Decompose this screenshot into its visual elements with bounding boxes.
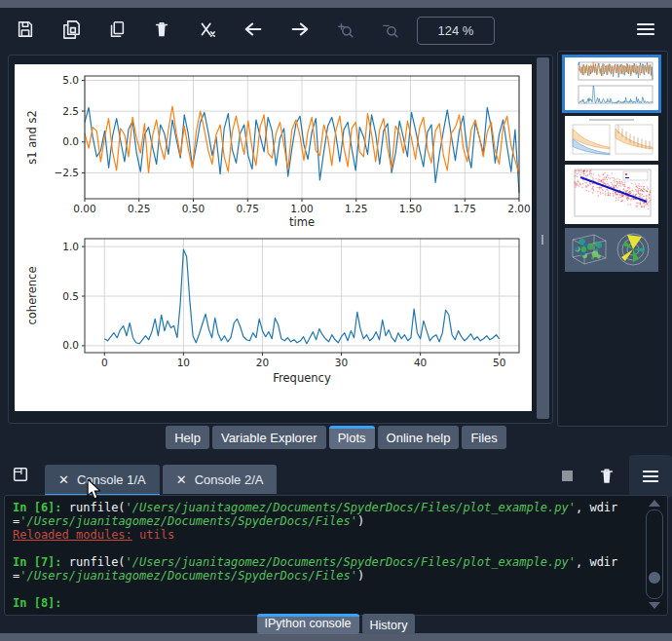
svg-text:30: 30 [335, 357, 348, 368]
svg-text:5.0: 5.0 [62, 74, 79, 86]
console-text-segment: ) [357, 569, 364, 583]
svg-text:1.0: 1.0 [62, 241, 79, 252]
hamburger-menu-icon [642, 470, 659, 483]
svg-text:Frequency: Frequency [273, 371, 331, 385]
trash-icon [598, 466, 616, 486]
zoom-out-icon [381, 19, 400, 39]
zoom-level-display[interactable]: 124 % [417, 17, 495, 45]
current-figure: 0.000.250.500.751.001.251.501.752.005.02… [15, 64, 532, 411]
svg-text:0.0: 0.0 [62, 135, 79, 147]
console-tab-label: Console 2/A [195, 472, 264, 487]
save-all-icon [61, 19, 82, 40]
new-window-icon [12, 466, 29, 483]
console-line [13, 542, 636, 555]
plots-options-menu-button[interactable] [628, 13, 663, 46]
remove-all-plots-button[interactable] [190, 13, 225, 46]
thumbnail-scatter-with-regression[interactable] [565, 165, 658, 224]
ipython-console-area[interactable]: In [6]: runfile('/Users/juanitagomez/Doc… [4, 495, 668, 616]
zoom-in-icon [336, 19, 355, 39]
remove-console-button[interactable] [598, 466, 616, 490]
previous-plot-button[interactable] [236, 13, 271, 46]
plots-pane: 0.000.250.500.751.001.251.501.752.005.02… [8, 55, 553, 424]
scrollbar-thumb[interactable] [649, 572, 660, 584]
next-plot-button[interactable] [282, 13, 317, 46]
svg-text:0.50: 0.50 [182, 203, 205, 214]
console-tab-bar: ✕Console 1/A✕Console 2/A [45, 465, 280, 494]
copy-icon [107, 19, 127, 39]
console-text-segment: '/Users/juanitagomez/Documents/SpyderDoc… [126, 555, 576, 569]
save-all-plots-button[interactable] [54, 13, 89, 46]
close-tab-icon[interactable]: ✕ [176, 472, 187, 487]
console-text-segment: ) [357, 514, 364, 528]
scroll-down-arrow-icon[interactable] [649, 602, 660, 609]
zoom-out-button[interactable] [373, 13, 408, 46]
console-text-segment: runfile( [69, 555, 126, 569]
console-pane-tab-history[interactable]: History [362, 614, 416, 634]
console-line: In [6]: runfile('/Users/juanitagomez/Doc… [13, 501, 636, 528]
previous-arrow-icon [243, 19, 263, 39]
console-tab-console-1-a[interactable]: ✕Console 1/A [45, 465, 160, 494]
svg-text:s1 and s2: s1 and s2 [25, 110, 39, 165]
figure-canvas: 0.000.250.500.751.001.251.501.752.005.02… [15, 64, 532, 411]
zoom-in-button[interactable] [328, 13, 363, 46]
pane-tab-plots[interactable]: Plots [329, 426, 375, 449]
svg-text:time: time [289, 215, 315, 229]
thumbnail-confidence-band-curves[interactable] [565, 116, 658, 161]
console-pane-tab-bar: IPython consoleHistory [0, 614, 672, 634]
save-icon [16, 19, 35, 39]
svg-text:40: 40 [414, 357, 427, 368]
svg-text:20: 20 [256, 357, 269, 368]
scroll-up-arrow-icon[interactable] [649, 500, 660, 507]
pane-tab-bar: HelpVariable ExplorerPlotsOnline helpFil… [0, 426, 672, 449]
thumbnail-signals-and-coherence[interactable] [565, 57, 658, 110]
svg-text:0.00: 0.00 [73, 203, 95, 214]
svg-text:1.00: 1.00 [290, 203, 313, 214]
plots-scrollbar[interactable] [537, 57, 549, 419]
close-tab-icon[interactable]: ✕ [58, 472, 69, 487]
thumbnail-image [565, 165, 658, 224]
svg-text:0.0: 0.0 [62, 339, 79, 351]
thumbnail-image [565, 116, 658, 161]
console-text-segment: In [6]: [13, 501, 69, 514]
window-top-edge [0, 0, 672, 8]
console-text-segment: utils [132, 528, 174, 542]
spyder-window: 124 % 0.000.250.500.751.001.251.501.752.… [0, 0, 672, 641]
svg-text:1.75: 1.75 [454, 203, 476, 214]
thumbnail-image [565, 228, 658, 272]
remove-plot-button[interactable] [144, 13, 179, 46]
new-console-window-button[interactable] [10, 464, 31, 485]
svg-text:2.5: 2.5 [62, 105, 79, 117]
thumbnail-3d-surface-and-polar[interactable] [565, 228, 658, 272]
save-plot-button[interactable] [8, 13, 43, 46]
console-text-segment: In [8]: [13, 596, 69, 610]
console-pane-tab-ipython-console[interactable]: IPython console [257, 614, 359, 634]
console-text-segment: In [7]: [13, 555, 69, 569]
svg-text:1.50: 1.50 [399, 203, 422, 214]
pane-tab-variable-explorer[interactable]: Variable Explorer [212, 426, 326, 449]
svg-text:0.5: 0.5 [62, 290, 79, 302]
next-arrow-icon [290, 19, 310, 39]
console-tab-console-2-a[interactable]: ✕Console 2/A [163, 465, 278, 494]
console-text-segment: '/Users/juanitagomez/Documents/SpyderDoc… [19, 569, 357, 583]
console-line [13, 583, 636, 596]
console-output: In [6]: runfile('/Users/juanitagomez/Doc… [13, 501, 636, 610]
window-bottom-edge [0, 633, 672, 641]
stop-icon[interactable] [562, 471, 573, 481]
console-text-segment: '/Users/juanitagomez/Documents/SpyderDoc… [19, 514, 357, 528]
copy-plot-button[interactable] [99, 13, 134, 46]
scrollbar-grip [541, 235, 543, 245]
console-options-menu-button[interactable] [629, 455, 672, 498]
console-line: In [8]: [13, 596, 636, 610]
pane-tab-help[interactable]: Help [166, 426, 209, 449]
thumbnail-image [565, 57, 658, 110]
pane-tab-online-help[interactable]: Online help [378, 426, 460, 449]
remove-all-icon [198, 19, 217, 39]
console-scrollbar[interactable] [643, 498, 666, 611]
scrollbar-track[interactable] [646, 509, 663, 599]
svg-text:50: 50 [493, 357, 505, 368]
thumbnail-list [557, 51, 668, 427]
trash-icon [153, 19, 170, 39]
pane-tab-files[interactable]: Files [462, 426, 505, 449]
svg-text:10: 10 [177, 357, 190, 368]
svg-text:0: 0 [101, 357, 108, 368]
